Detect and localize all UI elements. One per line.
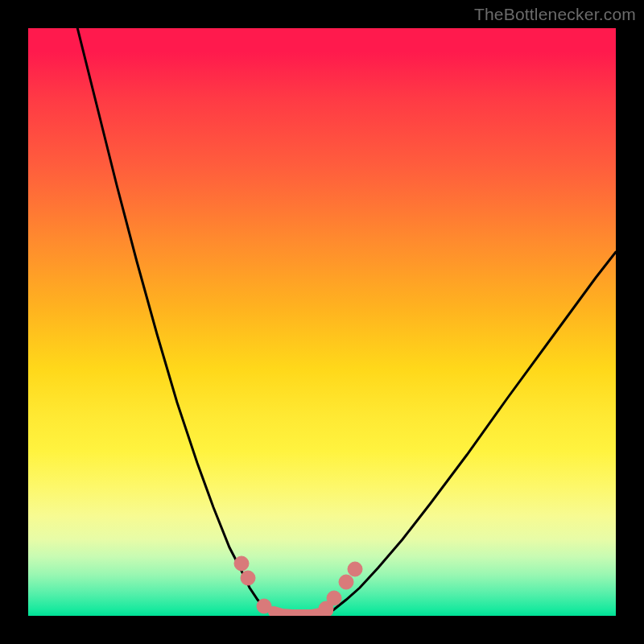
curve-dot: [257, 599, 271, 613]
chart-frame: TheBottlenecker.com: [0, 0, 644, 644]
watermark-text: TheBottlenecker.com: [474, 5, 636, 24]
plot-area: [28, 28, 616, 616]
chart-svg: [28, 28, 616, 616]
curve-left: [76, 28, 278, 615]
curve-dot: [234, 556, 249, 571]
curve-dot: [348, 562, 362, 576]
curve-right: [326, 252, 616, 615]
curve-dot: [339, 575, 353, 589]
curve-dot: [327, 591, 341, 605]
curve-dot: [241, 571, 255, 585]
curve-dots: [234, 556, 362, 616]
